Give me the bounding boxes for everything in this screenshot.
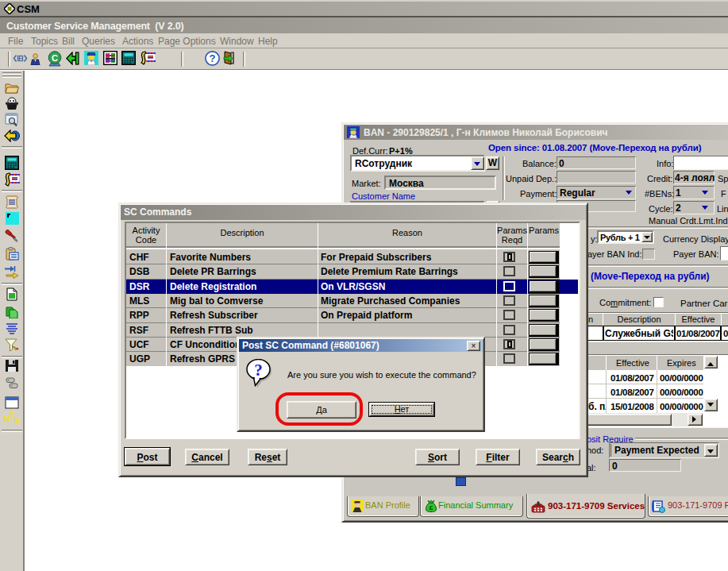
svg-text:£: £ bbox=[429, 504, 433, 511]
svg-text:?: ? bbox=[210, 52, 216, 64]
svg-text:C: C bbox=[52, 53, 58, 63]
svg-text:S: S bbox=[14, 416, 20, 425]
svg-text:?: ? bbox=[254, 361, 263, 380]
